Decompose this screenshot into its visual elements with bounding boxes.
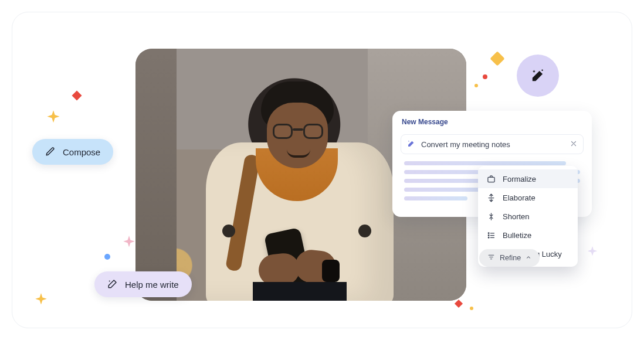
magic-wand-icon [107,278,118,291]
magic-wand-icon [407,140,415,149]
help-me-write-button[interactable]: Help me write [94,271,192,297]
svg-rect-1 [487,177,494,182]
diamond-icon [490,51,504,66]
close-icon [570,140,577,147]
menu-item-formalize[interactable]: Formalize [478,169,578,188]
chevron-up-icon [526,254,531,262]
close-button[interactable] [570,140,577,149]
collapse-vertical-icon [486,212,496,221]
menu-item-bulletize[interactable]: Bulletize [478,226,578,244]
dot-icon [470,307,473,310]
diamond-icon [455,300,463,308]
pencil-icon [45,146,56,158]
compose-button[interactable]: Compose [32,139,113,165]
sparkle-icon [45,110,62,126]
menu-item-label: Bulletize [503,231,531,240]
menu-item-shorten[interactable]: Shorten [478,207,578,226]
menu-item-label: Shorten [503,212,530,221]
svg-point-4 [488,237,489,238]
svg-point-3 [488,234,489,236]
menu-item-label: Elaborate [503,193,535,202]
sparkle-icon [33,293,49,308]
expand-vertical-icon [486,193,496,202]
promo-frame: Compose Help me write New Message Conver… [12,12,632,328]
dot-icon [474,84,478,87]
ai-prompt-input[interactable]: Convert my meeting notes [401,134,584,154]
svg-point-2 [488,232,489,233]
magic-wand-icon [530,68,545,83]
diamond-icon [72,91,82,101]
dot-icon [483,74,487,79]
compose-label: Compose [63,147,100,157]
refine-label: Refine [500,254,521,262]
refine-button[interactable]: Refine [479,249,540,267]
card-title: New Message [392,111,592,131]
bullet-list-icon [486,230,496,240]
svg-point-0 [541,70,543,71]
menu-item-label: Formalize [503,175,536,183]
dot-icon [104,254,110,260]
ai-actions-button[interactable] [517,55,559,97]
help-me-write-label: Help me write [125,280,179,290]
sparkle-icon [586,246,599,259]
filter-icon [487,253,495,263]
briefcase-icon [486,174,496,183]
sparkle-icon [121,235,137,250]
ai-prompt-text: Convert my meeting notes [421,140,510,149]
menu-item-elaborate[interactable]: Elaborate [478,188,578,207]
